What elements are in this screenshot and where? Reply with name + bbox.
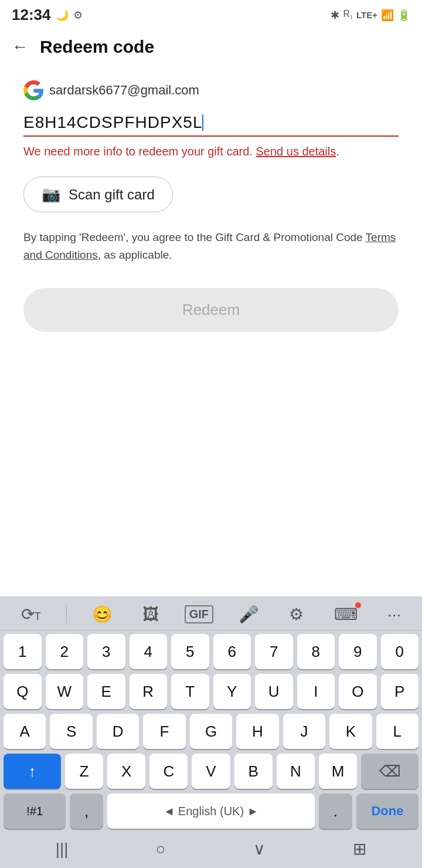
redeem-button[interactable]: Redeem (23, 288, 399, 332)
key-u[interactable]: U (255, 674, 293, 709)
space-key[interactable]: ◄ English (UK) ► (107, 794, 315, 829)
key-h[interactable]: H (236, 714, 278, 749)
key-b[interactable]: B (234, 754, 273, 789)
key-m[interactable]: M (319, 754, 357, 789)
terms-text: By tapping 'Redeem', you agree to the Gi… (23, 229, 399, 265)
key-e[interactable]: E (87, 674, 125, 709)
key-w[interactable]: W (46, 674, 84, 709)
emoji-toolbar-btn[interactable]: 😊 (87, 602, 117, 626)
key-n[interactable]: N (277, 754, 315, 789)
qwerty-row: Q W E R T Y U I O P (4, 674, 418, 709)
signal-icon: R⌇ (343, 9, 353, 21)
translate2-toolbar-btn[interactable]: ⌨ (329, 602, 362, 626)
key-1[interactable]: 1 (4, 634, 42, 669)
main-content: sardarsk6677@gmail.com E8H14CDSPFHDPX5L … (0, 69, 422, 344)
key-0[interactable]: 0 (381, 634, 419, 669)
key-x[interactable]: X (107, 754, 145, 789)
page-title: Redeem code (40, 37, 154, 57)
status-bar: 12:34 🌙 ⚙ ✱ R⌇ LTE+ 📶 🔋 (0, 0, 422, 28)
account-email: sardarsk6677@gmail.com (49, 83, 199, 98)
gif-toolbar-btn[interactable]: GIF (185, 605, 213, 623)
key-a[interactable]: A (4, 714, 46, 749)
key-g[interactable]: G (190, 714, 232, 749)
key-i[interactable]: I (297, 674, 335, 709)
key-8[interactable]: 8 (297, 634, 335, 669)
key-c[interactable]: C (149, 754, 188, 789)
key-2[interactable]: 2 (46, 634, 84, 669)
key-5[interactable]: 5 (171, 634, 209, 669)
key-7[interactable]: 7 (255, 634, 293, 669)
key-3[interactable]: 3 (87, 634, 125, 669)
signal-bars-icon: 📶 (381, 9, 394, 22)
key-4[interactable]: 4 (130, 634, 168, 669)
lte-icon: LTE+ (356, 10, 377, 20)
keyboard-hide-button[interactable]: ⊞ (353, 839, 366, 859)
cursor (202, 114, 203, 131)
keyboard-toolbar: ⟳T 😊 🖼 GIF 🎤 ⚙ ⌨ ··· (0, 596, 422, 630)
camera-icon: 📷 (42, 185, 60, 204)
key-6[interactable]: 6 (213, 634, 251, 669)
recent-apps-button[interactable]: ||| (56, 840, 69, 859)
backspace-key[interactable]: ⌫ (361, 754, 418, 789)
key-v[interactable]: V (192, 754, 230, 789)
scan-gift-card-button[interactable]: 📷 Scan gift card (23, 177, 173, 212)
code-input-value: E8H14CDSPFHDPX5L (23, 113, 202, 132)
back-button[interactable]: ← (12, 38, 28, 56)
key-d[interactable]: D (97, 714, 139, 749)
asdf-row: A S D F G H J K L (4, 714, 418, 749)
zxcv-row: ↑ Z X C V B N M ⌫ (4, 754, 418, 789)
special-key[interactable]: !#1 (4, 794, 66, 829)
account-row: sardarsk6677@gmail.com (23, 80, 399, 100)
key-y[interactable]: Y (213, 674, 251, 709)
key-9[interactable]: 9 (339, 634, 377, 669)
header: ← Redeem code (0, 28, 422, 69)
more-toolbar-btn[interactable]: ··· (383, 603, 406, 626)
key-z[interactable]: Z (65, 754, 103, 789)
key-l[interactable]: L (376, 714, 418, 749)
comma-key[interactable]: , (70, 794, 103, 829)
key-q[interactable]: Q (4, 674, 42, 709)
status-right: ✱ R⌇ LTE+ 📶 🔋 (331, 9, 410, 22)
sticker-toolbar-btn[interactable]: 🖼 (138, 602, 164, 626)
shift-key[interactable]: ↑ (4, 754, 61, 789)
moon-icon: 🌙 (56, 9, 69, 22)
key-r[interactable]: R (130, 674, 168, 709)
code-input-display[interactable]: E8H14CDSPFHDPX5L (23, 113, 399, 137)
back-nav-button[interactable]: ∨ (253, 839, 266, 859)
done-key[interactable]: Done (356, 794, 418, 829)
mic-toolbar-btn[interactable]: 🎤 (234, 602, 264, 626)
settings-status-icon: ⚙ (73, 9, 83, 22)
send-details-link[interactable]: Send us details (256, 145, 336, 158)
bottom-row: !#1 , ◄ English (UK) ► . Done (4, 794, 418, 832)
key-t[interactable]: T (171, 674, 209, 709)
key-f[interactable]: F (143, 714, 185, 749)
keyboard-rows: 1 2 3 4 5 6 7 8 9 0 Q W E R T Y U I O P … (0, 630, 422, 832)
translate-toolbar-btn[interactable]: ⟳T (16, 602, 46, 626)
home-button[interactable]: ○ (156, 840, 166, 859)
status-left: 12:34 🌙 ⚙ (12, 6, 83, 24)
nav-bar: ||| ○ ∨ ⊞ (0, 832, 422, 868)
scan-button-label: Scan gift card (69, 187, 155, 203)
battery-icon: 🔋 (397, 9, 410, 22)
key-s[interactable]: S (50, 714, 92, 749)
key-j[interactable]: J (283, 714, 325, 749)
period-key[interactable]: . (319, 794, 352, 829)
settings-toolbar-btn[interactable]: ⚙ (284, 602, 308, 626)
bluetooth-icon: ✱ (331, 9, 339, 22)
error-message: We need more info to redeem your gift ca… (23, 143, 399, 160)
google-icon (23, 80, 43, 100)
key-p[interactable]: P (381, 674, 419, 709)
toolbar-divider (66, 606, 67, 623)
keyboard-area: ⟳T 😊 🖼 GIF 🎤 ⚙ ⌨ ··· 1 2 3 4 5 6 7 8 9 0… (0, 596, 422, 868)
key-k[interactable]: K (329, 714, 372, 749)
code-input-wrapper: E8H14CDSPFHDPX5L (23, 113, 399, 137)
status-time: 12:34 (12, 6, 51, 24)
key-o[interactable]: O (339, 674, 377, 709)
number-row: 1 2 3 4 5 6 7 8 9 0 (4, 634, 418, 669)
